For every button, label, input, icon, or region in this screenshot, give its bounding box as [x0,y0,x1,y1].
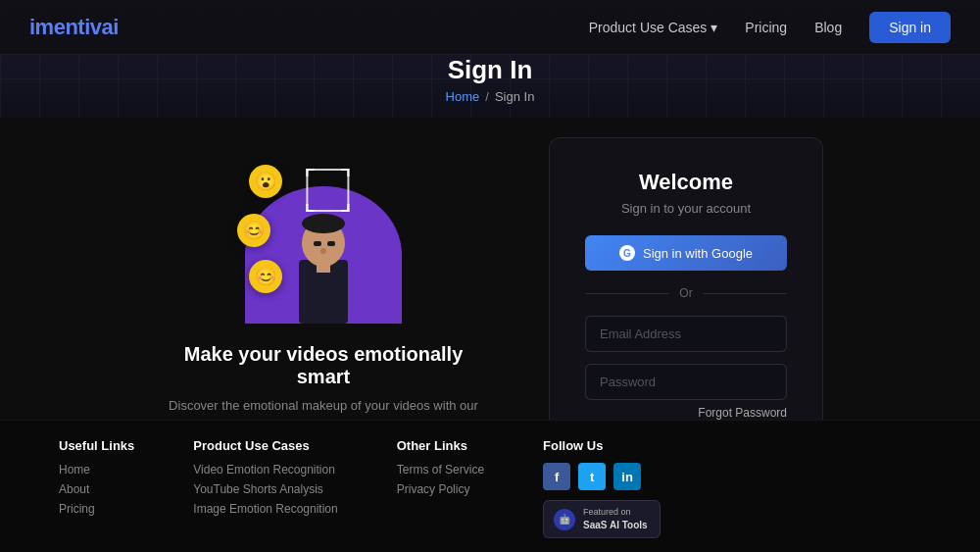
footer-link-youtube-shorts[interactable]: YouTube Shorts Analysis [193,482,337,496]
footer-link-image-emotion[interactable]: Image Emotion Recognition [193,502,337,516]
emotion-icon-2: 😊 [237,214,270,247]
footer-link-home[interactable]: Home [59,463,134,477]
footer-link-tos[interactable]: Terms of Service [397,463,484,477]
facebook-icon[interactable]: f [543,463,570,490]
face-scan-box [306,169,349,212]
nav-blog[interactable]: Blog [814,20,842,35]
nav-pricing-label: Pricing [745,20,787,35]
password-field[interactable] [585,364,787,400]
footer-other-heading: Other Links [397,438,484,453]
logo-text-part1: imentiv [29,15,102,39]
divider: Or [585,286,787,300]
footer: Useful Links Home About Pricing Product … [0,420,980,552]
scan-corner-tr [341,169,349,176]
svg-rect-5 [327,241,335,246]
breadcrumb: Home / Sign In [446,89,535,104]
scan-corner-tl [306,169,314,176]
nav-links: Product Use Cases ▾ Pricing Blog Sign in [589,12,951,43]
footer-link-privacy[interactable]: Privacy Policy [397,482,484,496]
linkedin-icon[interactable]: in [613,463,641,490]
divider-or-text: Or [679,286,692,300]
breadcrumb-current-page: Sign In [495,89,534,104]
footer-useful-links: Useful Links Home About Pricing [59,438,134,538]
svg-rect-4 [314,241,321,246]
signin-title: Welcome [639,170,733,195]
saas-badge-icon: 🤖 [554,509,575,530]
forgot-password-row: Forgot Password [585,406,787,420]
footer-product-heading: Product Use Cases [193,438,337,453]
scan-corner-br [341,204,349,212]
svg-point-2 [302,214,345,233]
footer-useful-links-list: Home About Pricing [59,463,134,516]
footer-other-links: Other Links Terms of Service Privacy Pol… [397,438,484,538]
emotion-icon-3: 😊 [249,260,282,293]
google-icon: G [619,245,635,261]
navbar: imentivai Product Use Cases ▾ Pricing Bl… [0,0,980,55]
chevron-down-icon: ▾ [710,20,717,35]
illustration: 😮 😊 😊 [225,147,421,324]
footer-follow-us: Follow Us f t in 🤖 Featured on SaaS AI T… [543,438,661,538]
footer-product-list: Video Emotion Recognition YouTube Shorts… [193,463,337,516]
scan-corner-bl [306,204,314,212]
divider-line-right [703,293,787,294]
logo-text-accent: ai [102,15,119,39]
footer-link-about[interactable]: About [59,482,134,496]
nav-product-label: Product Use Cases [589,20,708,35]
illustration-person [284,196,363,324]
svg-point-6 [320,248,326,254]
brand-logo[interactable]: imentivai [29,15,119,40]
page-title: Sign In [448,55,533,85]
footer-useful-links-heading: Useful Links [59,438,134,453]
saas-badge-text: Featured on SaaS AI Tools [583,507,648,531]
divider-line-left [585,293,669,294]
email-field[interactable] [585,316,787,352]
footer-product-use-cases: Product Use Cases Video Emotion Recognit… [193,438,337,538]
breadcrumb-separator: / [485,89,489,104]
illustration-heading: Make your videos emotionally smart [157,343,490,388]
nav-blog-label: Blog [814,20,842,35]
svg-rect-3 [317,263,330,273]
navbar-signin-button[interactable]: Sign in [869,12,951,43]
google-signin-label: Sign in with Google [643,246,753,261]
nav-pricing[interactable]: Pricing [745,20,787,35]
footer-other-list: Terms of Service Privacy Policy [397,463,484,496]
nav-product-use-cases[interactable]: Product Use Cases ▾ [589,20,718,35]
footer-follow-heading: Follow Us [543,438,661,453]
breadcrumb-home-link[interactable]: Home [446,89,480,104]
signin-subtitle: Sign in to your account [621,201,751,216]
footer-link-video-emotion[interactable]: Video Emotion Recognition [193,463,337,477]
social-icons-group: f t in [543,463,661,490]
emotion-icon-1: 😮 [249,165,282,198]
saas-badge: 🤖 Featured on SaaS AI Tools [543,500,661,538]
google-signin-button[interactable]: G Sign in with Google [585,235,787,271]
left-panel: 😮 😊 😊 Make your videos emotionally smart… [157,137,490,434]
forgot-password-link[interactable]: Forgot Password [698,406,787,420]
twitter-icon[interactable]: t [578,463,606,490]
footer-link-pricing[interactable]: Pricing [59,502,134,516]
